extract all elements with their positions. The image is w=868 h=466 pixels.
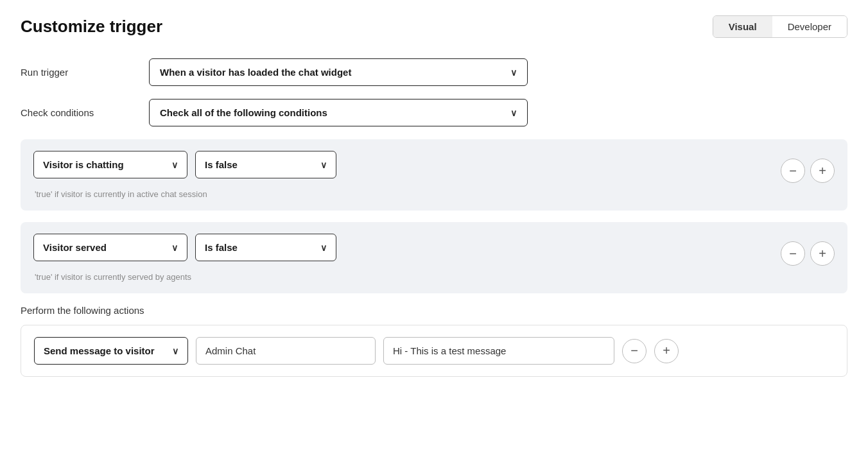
condition-type-value-1: Visitor served: [43, 242, 107, 253]
condition-type-select-0[interactable]: Visitor is chatting ∨: [33, 151, 187, 178]
condition-btns-0: − +: [781, 151, 835, 183]
header-row: Customize trigger Visual Developer: [21, 15, 847, 38]
condition-row-1: Visitor served ∨ Is false ∨ − + 'true' i…: [21, 222, 847, 293]
action-type-select-0[interactable]: Send message to visitor ∨: [34, 337, 188, 365]
minus-icon-0: −: [789, 164, 797, 178]
condition-add-button-1[interactable]: +: [810, 241, 835, 266]
condition-operator-select-0[interactable]: Is false ∨: [195, 151, 336, 178]
page-container: Customize trigger Visual Developer Run t…: [0, 0, 868, 466]
action-remove-button-0[interactable]: −: [622, 339, 647, 363]
condition-btns-1: − +: [781, 234, 835, 266]
condition-operator-value-0: Is false: [205, 159, 238, 170]
condition-type-select-1[interactable]: Visitor served ∨: [33, 234, 187, 261]
condition-operator-select-1[interactable]: Is false ∨: [195, 234, 336, 261]
condition-operator-value-1: Is false: [205, 242, 238, 253]
condition-type-chevron-icon-1: ∨: [171, 243, 178, 253]
actions-section-label: Perform the following actions: [21, 305, 847, 316]
run-trigger-value: When a visitor has loaded the chat widge…: [160, 67, 351, 78]
plus-icon-0: +: [819, 164, 826, 178]
plus-icon-1: +: [819, 246, 826, 261]
condition-add-button-0[interactable]: +: [810, 159, 835, 183]
condition-remove-button-1[interactable]: −: [781, 241, 805, 266]
action-add-button-0[interactable]: +: [654, 339, 679, 363]
check-conditions-row: Check conditions Check all of the follow…: [21, 99, 847, 126]
condition-hint-1: 'true' if visitor is currently served by…: [33, 272, 835, 282]
run-trigger-row: Run trigger When a visitor has loaded th…: [21, 58, 847, 86]
condition-dropdowns-0: Visitor is chatting ∨ Is false ∨: [33, 151, 773, 178]
action-field2-0[interactable]: [383, 337, 614, 365]
condition-row-0: Visitor is chatting ∨ Is false ∨ − + 'tr…: [21, 139, 847, 211]
run-trigger-chevron-icon: ∨: [510, 67, 517, 78]
condition-type-chevron-icon-0: ∨: [171, 160, 178, 170]
condition-remove-button-0[interactable]: −: [781, 159, 805, 183]
developer-view-button[interactable]: Developer: [772, 16, 847, 37]
check-conditions-chevron-icon: ∨: [510, 108, 517, 118]
page-title: Customize trigger: [21, 17, 162, 37]
check-conditions-value: Check all of the following conditions: [160, 107, 327, 118]
condition-dropdowns-1: Visitor served ∨ Is false ∨: [33, 234, 773, 261]
run-trigger-label: Run trigger: [21, 67, 149, 78]
condition-row-0-inner: Visitor is chatting ∨ Is false ∨ − +: [33, 151, 835, 183]
check-conditions-select[interactable]: Check all of the following conditions ∨: [149, 99, 528, 126]
actions-area: Send message to visitor ∨ − +: [21, 325, 847, 377]
check-conditions-label: Check conditions: [21, 107, 149, 118]
condition-hint-0: 'true' if visitor is currently in active…: [33, 189, 835, 199]
minus-icon-1: −: [789, 246, 797, 261]
run-trigger-select[interactable]: When a visitor has loaded the chat widge…: [149, 58, 528, 86]
action-type-chevron-icon-0: ∨: [172, 346, 178, 356]
visual-view-button[interactable]: Visual: [713, 16, 772, 37]
view-toggle: Visual Developer: [713, 15, 847, 38]
condition-operator-chevron-icon-0: ∨: [320, 160, 327, 170]
action-type-value-0: Send message to visitor: [44, 345, 155, 356]
condition-type-value-0: Visitor is chatting: [43, 159, 124, 170]
action-minus-icon-0: −: [630, 343, 638, 358]
action-field1-0[interactable]: [196, 337, 376, 365]
action-row-0: Send message to visitor ∨ − +: [34, 337, 834, 365]
action-plus-icon-0: +: [663, 343, 670, 358]
condition-operator-chevron-icon-1: ∨: [320, 243, 327, 253]
condition-row-1-inner: Visitor served ∨ Is false ∨ − +: [33, 234, 835, 266]
